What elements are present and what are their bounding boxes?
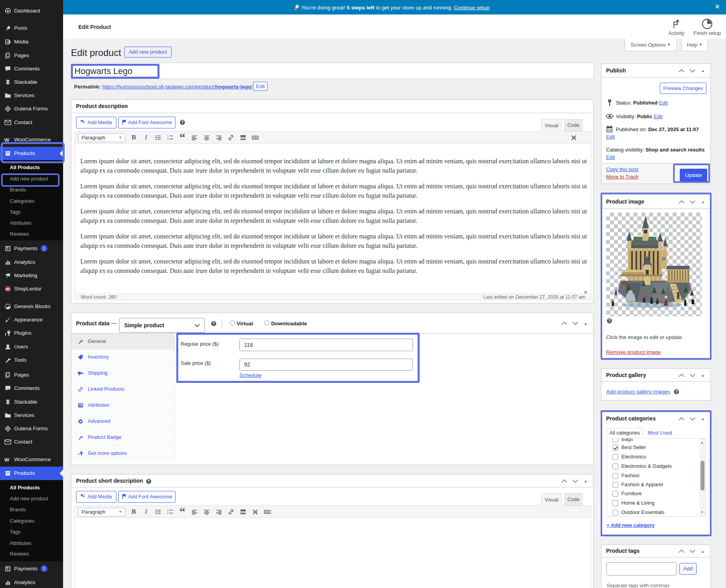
- svg-text:W: W: [4, 137, 9, 143]
- svg-text:1: 1: [167, 134, 169, 137]
- svg-text:W: W: [4, 457, 9, 463]
- svg-text:2: 2: [167, 137, 169, 140]
- svg-text:WL: WL: [5, 287, 11, 291]
- svg-text:1: 1: [167, 509, 169, 511]
- svg-text:2: 2: [167, 512, 169, 514]
